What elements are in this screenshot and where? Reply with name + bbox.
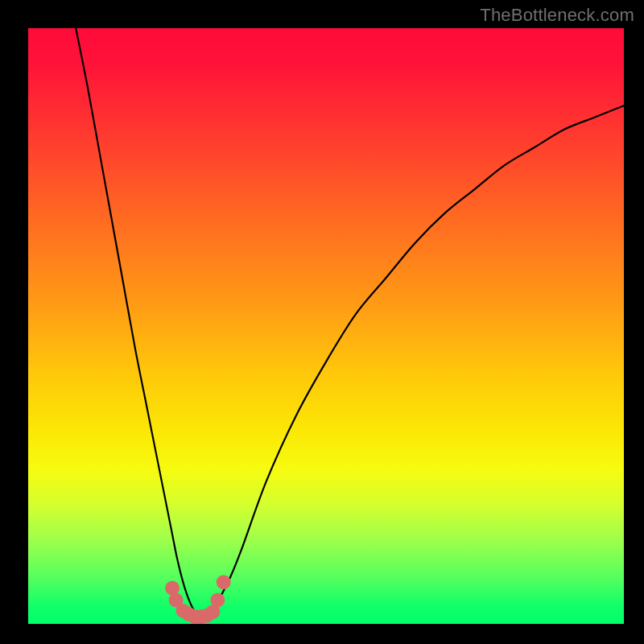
outer-frame: TheBottleneck.com: [0, 0, 644, 644]
watermark-text: TheBottleneck.com: [480, 5, 634, 26]
marker-point: [210, 592, 225, 607]
near-minimum-markers: [165, 575, 231, 624]
plot-area: [28, 28, 624, 624]
marker-point: [217, 575, 231, 589]
bottleneck-curve: [76, 28, 624, 619]
chart-svg: [28, 28, 624, 624]
